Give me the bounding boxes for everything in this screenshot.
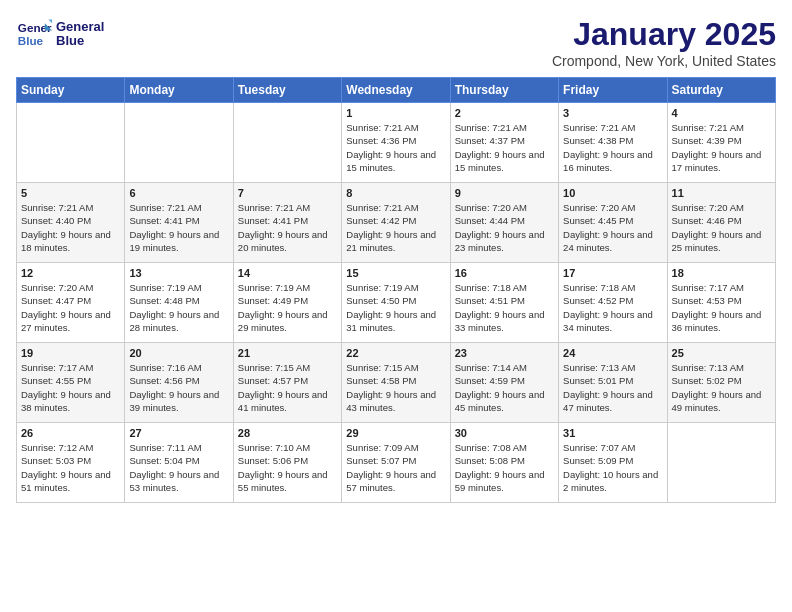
day-detail: Sunrise: 7:21 AM Sunset: 4:41 PM Dayligh… xyxy=(238,201,337,254)
day-of-week-sunday: Sunday xyxy=(17,78,125,103)
calendar-cell xyxy=(667,423,775,503)
day-number: 12 xyxy=(21,267,120,279)
day-detail: Sunrise: 7:21 AM Sunset: 4:38 PM Dayligh… xyxy=(563,121,662,174)
calendar-cell: 14Sunrise: 7:19 AM Sunset: 4:49 PM Dayli… xyxy=(233,263,341,343)
calendar-cell: 2Sunrise: 7:21 AM Sunset: 4:37 PM Daylig… xyxy=(450,103,558,183)
day-detail: Sunrise: 7:21 AM Sunset: 4:37 PM Dayligh… xyxy=(455,121,554,174)
calendar-cell: 10Sunrise: 7:20 AM Sunset: 4:45 PM Dayli… xyxy=(559,183,667,263)
day-number: 15 xyxy=(346,267,445,279)
day-detail: Sunrise: 7:19 AM Sunset: 4:49 PM Dayligh… xyxy=(238,281,337,334)
calendar-body: 1Sunrise: 7:21 AM Sunset: 4:36 PM Daylig… xyxy=(17,103,776,503)
day-of-week-tuesday: Tuesday xyxy=(233,78,341,103)
day-number: 22 xyxy=(346,347,445,359)
logo-line2: Blue xyxy=(56,34,104,48)
day-number: 8 xyxy=(346,187,445,199)
day-number: 5 xyxy=(21,187,120,199)
day-detail: Sunrise: 7:20 AM Sunset: 4:44 PM Dayligh… xyxy=(455,201,554,254)
day-detail: Sunrise: 7:21 AM Sunset: 4:39 PM Dayligh… xyxy=(672,121,771,174)
calendar-cell xyxy=(17,103,125,183)
day-number: 2 xyxy=(455,107,554,119)
calendar-cell: 8Sunrise: 7:21 AM Sunset: 4:42 PM Daylig… xyxy=(342,183,450,263)
day-number: 11 xyxy=(672,187,771,199)
day-of-week-saturday: Saturday xyxy=(667,78,775,103)
day-number: 24 xyxy=(563,347,662,359)
day-detail: Sunrise: 7:20 AM Sunset: 4:47 PM Dayligh… xyxy=(21,281,120,334)
calendar-cell: 6Sunrise: 7:21 AM Sunset: 4:41 PM Daylig… xyxy=(125,183,233,263)
calendar-cell: 19Sunrise: 7:17 AM Sunset: 4:55 PM Dayli… xyxy=(17,343,125,423)
day-of-week-monday: Monday xyxy=(125,78,233,103)
title-area: January 2025 Crompond, New York, United … xyxy=(552,16,776,69)
day-of-week-wednesday: Wednesday xyxy=(342,78,450,103)
header: General Blue General Blue January 2025 C… xyxy=(16,16,776,69)
month-title: January 2025 xyxy=(552,16,776,53)
day-of-week-header-row: SundayMondayTuesdayWednesdayThursdayFrid… xyxy=(17,78,776,103)
calendar-cell: 24Sunrise: 7:13 AM Sunset: 5:01 PM Dayli… xyxy=(559,343,667,423)
day-number: 4 xyxy=(672,107,771,119)
day-number: 14 xyxy=(238,267,337,279)
day-number: 1 xyxy=(346,107,445,119)
day-detail: Sunrise: 7:20 AM Sunset: 4:45 PM Dayligh… xyxy=(563,201,662,254)
day-number: 27 xyxy=(129,427,228,439)
day-number: 30 xyxy=(455,427,554,439)
day-number: 21 xyxy=(238,347,337,359)
calendar-cell: 30Sunrise: 7:08 AM Sunset: 5:08 PM Dayli… xyxy=(450,423,558,503)
day-detail: Sunrise: 7:18 AM Sunset: 4:51 PM Dayligh… xyxy=(455,281,554,334)
calendar-cell: 5Sunrise: 7:21 AM Sunset: 4:40 PM Daylig… xyxy=(17,183,125,263)
day-number: 9 xyxy=(455,187,554,199)
calendar-week-1: 1Sunrise: 7:21 AM Sunset: 4:36 PM Daylig… xyxy=(17,103,776,183)
day-detail: Sunrise: 7:21 AM Sunset: 4:36 PM Dayligh… xyxy=(346,121,445,174)
day-number: 28 xyxy=(238,427,337,439)
day-number: 29 xyxy=(346,427,445,439)
calendar-cell: 20Sunrise: 7:16 AM Sunset: 4:56 PM Dayli… xyxy=(125,343,233,423)
logo: General Blue General Blue xyxy=(16,16,104,52)
calendar-cell: 7Sunrise: 7:21 AM Sunset: 4:41 PM Daylig… xyxy=(233,183,341,263)
calendar-cell: 23Sunrise: 7:14 AM Sunset: 4:59 PM Dayli… xyxy=(450,343,558,423)
day-number: 18 xyxy=(672,267,771,279)
calendar-week-2: 5Sunrise: 7:21 AM Sunset: 4:40 PM Daylig… xyxy=(17,183,776,263)
calendar-cell: 3Sunrise: 7:21 AM Sunset: 4:38 PM Daylig… xyxy=(559,103,667,183)
calendar-cell: 27Sunrise: 7:11 AM Sunset: 5:04 PM Dayli… xyxy=(125,423,233,503)
logo-icon: General Blue xyxy=(16,16,52,52)
day-detail: Sunrise: 7:20 AM Sunset: 4:46 PM Dayligh… xyxy=(672,201,771,254)
calendar-table: SundayMondayTuesdayWednesdayThursdayFrid… xyxy=(16,77,776,503)
day-detail: Sunrise: 7:11 AM Sunset: 5:04 PM Dayligh… xyxy=(129,441,228,494)
calendar-cell xyxy=(125,103,233,183)
calendar-cell: 21Sunrise: 7:15 AM Sunset: 4:57 PM Dayli… xyxy=(233,343,341,423)
location-title: Crompond, New York, United States xyxy=(552,53,776,69)
calendar-cell: 4Sunrise: 7:21 AM Sunset: 4:39 PM Daylig… xyxy=(667,103,775,183)
day-number: 26 xyxy=(21,427,120,439)
day-detail: Sunrise: 7:21 AM Sunset: 4:40 PM Dayligh… xyxy=(21,201,120,254)
day-number: 23 xyxy=(455,347,554,359)
calendar-week-3: 12Sunrise: 7:20 AM Sunset: 4:47 PM Dayli… xyxy=(17,263,776,343)
day-detail: Sunrise: 7:09 AM Sunset: 5:07 PM Dayligh… xyxy=(346,441,445,494)
day-detail: Sunrise: 7:12 AM Sunset: 5:03 PM Dayligh… xyxy=(21,441,120,494)
day-number: 20 xyxy=(129,347,228,359)
calendar-cell: 22Sunrise: 7:15 AM Sunset: 4:58 PM Dayli… xyxy=(342,343,450,423)
calendar-cell: 11Sunrise: 7:20 AM Sunset: 4:46 PM Dayli… xyxy=(667,183,775,263)
day-detail: Sunrise: 7:15 AM Sunset: 4:57 PM Dayligh… xyxy=(238,361,337,414)
day-detail: Sunrise: 7:13 AM Sunset: 5:02 PM Dayligh… xyxy=(672,361,771,414)
day-number: 25 xyxy=(672,347,771,359)
day-detail: Sunrise: 7:10 AM Sunset: 5:06 PM Dayligh… xyxy=(238,441,337,494)
day-detail: Sunrise: 7:19 AM Sunset: 4:48 PM Dayligh… xyxy=(129,281,228,334)
day-detail: Sunrise: 7:13 AM Sunset: 5:01 PM Dayligh… xyxy=(563,361,662,414)
day-detail: Sunrise: 7:21 AM Sunset: 4:41 PM Dayligh… xyxy=(129,201,228,254)
day-number: 13 xyxy=(129,267,228,279)
day-number: 10 xyxy=(563,187,662,199)
calendar-cell: 9Sunrise: 7:20 AM Sunset: 4:44 PM Daylig… xyxy=(450,183,558,263)
day-detail: Sunrise: 7:18 AM Sunset: 4:52 PM Dayligh… xyxy=(563,281,662,334)
calendar-cell: 13Sunrise: 7:19 AM Sunset: 4:48 PM Dayli… xyxy=(125,263,233,343)
day-detail: Sunrise: 7:19 AM Sunset: 4:50 PM Dayligh… xyxy=(346,281,445,334)
day-number: 6 xyxy=(129,187,228,199)
calendar-week-5: 26Sunrise: 7:12 AM Sunset: 5:03 PM Dayli… xyxy=(17,423,776,503)
day-number: 7 xyxy=(238,187,337,199)
day-number: 16 xyxy=(455,267,554,279)
day-detail: Sunrise: 7:16 AM Sunset: 4:56 PM Dayligh… xyxy=(129,361,228,414)
day-number: 31 xyxy=(563,427,662,439)
day-of-week-thursday: Thursday xyxy=(450,78,558,103)
day-number: 3 xyxy=(563,107,662,119)
calendar-cell: 16Sunrise: 7:18 AM Sunset: 4:51 PM Dayli… xyxy=(450,263,558,343)
logo-text: General Blue xyxy=(56,20,104,49)
svg-text:Blue: Blue xyxy=(18,34,44,47)
calendar-cell: 26Sunrise: 7:12 AM Sunset: 5:03 PM Dayli… xyxy=(17,423,125,503)
